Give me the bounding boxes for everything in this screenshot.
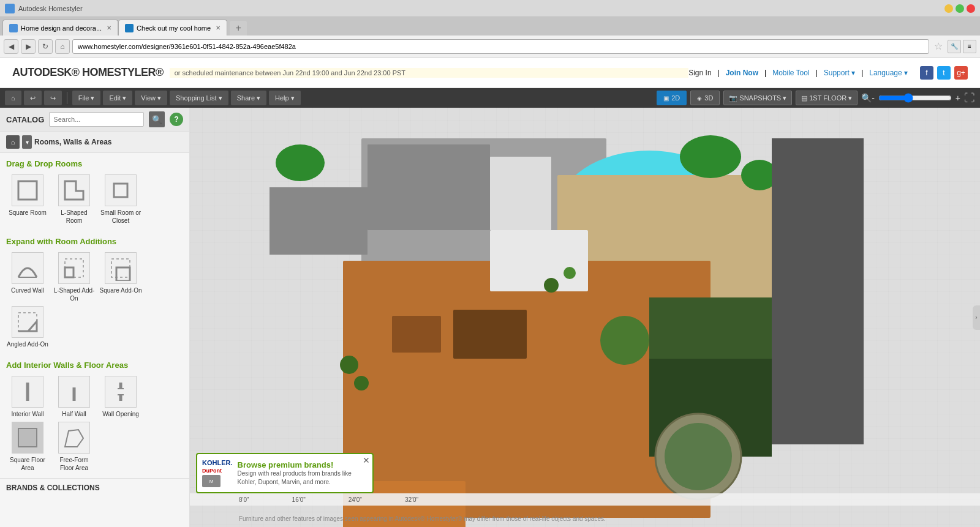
svg-rect-8 <box>18 313 37 331</box>
twitter-icon[interactable]: t <box>937 66 951 80</box>
l-shaped-room-icon <box>58 174 90 206</box>
svg-point-39 <box>600 316 649 365</box>
ad-text: Browse premium brands! Design with real … <box>238 460 368 487</box>
refresh-button[interactable]: ↻ <box>38 39 53 54</box>
breadcrumb-arrow[interactable]: ▾ <box>22 135 32 149</box>
home-icon: ⌂ <box>11 94 15 102</box>
sign-in-link[interactable]: Sign In <box>688 69 711 77</box>
title-bar: Autodesk Homestyler <box>0 0 980 17</box>
ad-close-btn[interactable]: ✕ <box>363 455 370 465</box>
forward-button[interactable]: ▶ <box>21 39 36 54</box>
square-room-item[interactable]: Square Room <box>6 174 49 225</box>
view-menu[interactable]: View ▾ <box>135 91 167 105</box>
square-addon-icon <box>105 252 137 284</box>
tab-2-close[interactable]: ✕ <box>216 24 221 31</box>
tab-1-title: Home design and decora... <box>21 24 102 32</box>
interior-wall-icon <box>12 376 43 408</box>
svg-rect-24 <box>368 144 490 230</box>
curved-wall-item[interactable]: Curved Wall <box>6 252 49 302</box>
facebook-icon[interactable]: f <box>920 66 933 80</box>
half-wall-item[interactable]: Half Wall <box>53 376 96 418</box>
tab-2[interactable]: Check out my cool home ✕ <box>118 20 227 36</box>
language-link[interactable]: Language ▾ <box>869 69 908 77</box>
maintenance-bar: or scheduled maintenance between Jun 22n… <box>170 68 688 78</box>
support-link[interactable]: Support ▾ <box>824 69 855 77</box>
zoom-slider[interactable] <box>878 92 952 103</box>
tab-1-close[interactable]: ✕ <box>107 24 111 31</box>
small-room-closet-item[interactable]: Small Room or Closet <box>99 174 142 225</box>
l-shaped-addon-label: L-Shaped Add-On <box>53 286 96 302</box>
canvas-area[interactable]: 8'0" 16'0" 24'0" 32'0" ✕ KOHLER. DuPont … <box>190 108 980 527</box>
undo-btn[interactable]: ↩ <box>24 91 42 105</box>
ruler-mark-2: 16'0" <box>292 496 306 503</box>
scroll-indicator[interactable]: › <box>973 305 980 330</box>
zoom-out-icon[interactable]: 🔍- <box>861 93 875 103</box>
l-shaped-addon-icon <box>58 252 90 284</box>
mobile-tool-link[interactable]: Mobile Tool <box>772 69 809 77</box>
home-icon-btn[interactable]: ⌂ <box>5 91 21 105</box>
share-menu[interactable]: Share ▾ <box>231 91 266 105</box>
interior-wall-item[interactable]: Interior Wall <box>6 376 49 418</box>
maximize-btn[interactable] <box>956 4 964 13</box>
btn-3d[interactable]: ◈ 3D <box>690 91 720 105</box>
fullscreen-icon[interactable]: ⛶ <box>964 92 975 105</box>
half-wall-label: Half Wall <box>62 410 86 418</box>
maintenance-msg: or scheduled maintenance between Jun 22n… <box>175 69 405 77</box>
ad-description: Design with real products from brands li… <box>238 469 368 487</box>
square-room-label: Square Room <box>9 209 47 217</box>
square-floor-area-item[interactable]: Square Floor Area <box>6 422 49 472</box>
catalog-label: CATALOG <box>6 115 44 124</box>
btn-2d[interactable]: ▣ 2D <box>657 91 687 105</box>
brands-label: BRANDS & COLLECTIONS <box>6 484 100 492</box>
angled-addon-label: Angled Add-On <box>7 340 48 348</box>
back-button[interactable]: ◀ <box>4 39 18 54</box>
wall-opening-item[interactable]: Wall Opening <box>99 376 142 418</box>
join-now-link[interactable]: Join Now <box>726 69 758 77</box>
new-tab-btn[interactable]: + <box>230 21 247 36</box>
address-input[interactable] <box>72 39 929 54</box>
svg-rect-31 <box>772 138 864 444</box>
tab-2-title: Check out my cool home <box>137 24 211 32</box>
tab-1-icon <box>9 24 18 32</box>
file-menu[interactable]: File ▾ <box>72 91 101 105</box>
svg-rect-2 <box>114 184 127 197</box>
catalog-search-input[interactable] <box>49 112 144 127</box>
angled-addon-icon <box>12 306 43 338</box>
wall-opening-icon <box>105 376 137 408</box>
edit-menu[interactable]: Edit ▾ <box>103 91 132 105</box>
close-btn[interactable] <box>967 4 975 13</box>
svg-point-43 <box>564 267 576 279</box>
breadcrumb-home-btn[interactable]: ⌂ <box>6 135 20 149</box>
toolbar: ⌂ ↩ ↪ File ▾ Edit ▾ View ▾ Shopping List… <box>0 88 980 108</box>
extensions-btn[interactable]: 🔧 <box>948 40 961 53</box>
zoom-in-icon[interactable]: + <box>956 93 960 103</box>
home-button[interactable]: ⌂ <box>55 39 70 54</box>
browser-frame: Autodesk Homestyler Home design and deco… <box>0 0 980 58</box>
help-button[interactable]: ? <box>170 113 183 126</box>
free-form-floor-item[interactable]: Free-Form Floor Area <box>53 422 96 472</box>
angled-addon-item[interactable]: Angled Add-On <box>6 306 49 348</box>
search-button[interactable]: 🔍 <box>149 111 165 127</box>
brands-section: BRANDS & COLLECTIONS <box>0 478 189 497</box>
bookmark-icon[interactable]: ☆ <box>934 40 943 52</box>
googleplus-icon[interactable]: g+ <box>954 66 968 80</box>
window-title: Autodesk Homestyler <box>18 5 83 12</box>
wall-opening-label: Wall Opening <box>102 410 139 418</box>
ruler-mark-4: 32'0" <box>405 496 418 503</box>
redo-btn[interactable]: ↪ <box>44 91 62 105</box>
svg-point-35 <box>665 423 732 490</box>
snapshots-btn[interactable]: 📷 SNAPSHOTS ▾ <box>723 91 792 105</box>
svg-marker-1 <box>65 181 83 200</box>
section-drag-drop-title: Drag & Drop Rooms <box>0 153 189 172</box>
square-addon-item[interactable]: Square Add-On <box>99 252 142 302</box>
l-shaped-room-item[interactable]: L-Shaped Room <box>53 174 96 225</box>
help-menu[interactable]: Help ▾ <box>269 91 301 105</box>
breadcrumb-text: Rooms, Walls & Areas <box>34 138 111 146</box>
shopping-list-menu[interactable]: Shopping List ▾ <box>170 91 228 105</box>
minimize-btn[interactable] <box>944 4 953 13</box>
menu-btn[interactable]: ≡ <box>963 40 976 53</box>
tab-1[interactable]: Home design and decora... ✕ <box>2 20 118 36</box>
l-shaped-addon-item[interactable]: L-Shaped Add-On <box>53 252 96 302</box>
floor-btn[interactable]: ▤ 1ST FLOOR ▾ <box>796 91 858 105</box>
svg-rect-44 <box>270 187 368 255</box>
